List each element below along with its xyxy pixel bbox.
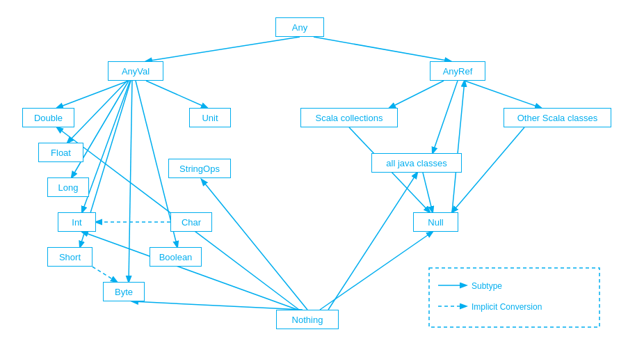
node-null: Null: [413, 212, 458, 232]
node-nothing: Nothing: [276, 310, 339, 329]
svg-line-24: [328, 173, 417, 310]
node-boolean: Boolean: [150, 247, 202, 267]
node-int: Int: [58, 212, 96, 232]
node-unit: Unit: [189, 108, 231, 127]
svg-line-22: [202, 180, 307, 310]
svg-line-0: [146, 37, 300, 61]
node-anyref: AnyRef: [430, 61, 485, 81]
svg-rect-25: [429, 268, 599, 327]
node-byte: Byte: [103, 282, 145, 301]
svg-line-5: [82, 81, 130, 212]
node-float: Float: [38, 143, 83, 162]
svg-line-13: [465, 81, 541, 108]
node-stringops: StringOps: [168, 159, 231, 178]
svg-line-18: [452, 81, 465, 212]
node-double: Double: [22, 108, 74, 127]
svg-line-12: [389, 81, 444, 108]
node-long: Long: [47, 177, 89, 197]
node-short: Short: [47, 247, 92, 267]
node-scalacoll: Scala collections: [300, 108, 398, 127]
svg-line-17: [452, 127, 524, 212]
node-any: Any: [275, 17, 324, 37]
svg-line-14: [433, 81, 458, 153]
svg-line-23: [320, 232, 433, 310]
node-anyval: AnyVal: [108, 61, 163, 81]
svg-text:Subtype: Subtype: [472, 281, 502, 291]
svg-line-1: [314, 37, 451, 61]
svg-line-8: [146, 81, 207, 108]
node-char: Char: [170, 212, 212, 232]
node-alljava: all java classes: [371, 153, 462, 173]
node-othercl: Other Scala classes: [504, 108, 611, 127]
svg-text:Implicit Conversion: Implicit Conversion: [472, 302, 542, 312]
svg-line-2: [57, 81, 129, 108]
